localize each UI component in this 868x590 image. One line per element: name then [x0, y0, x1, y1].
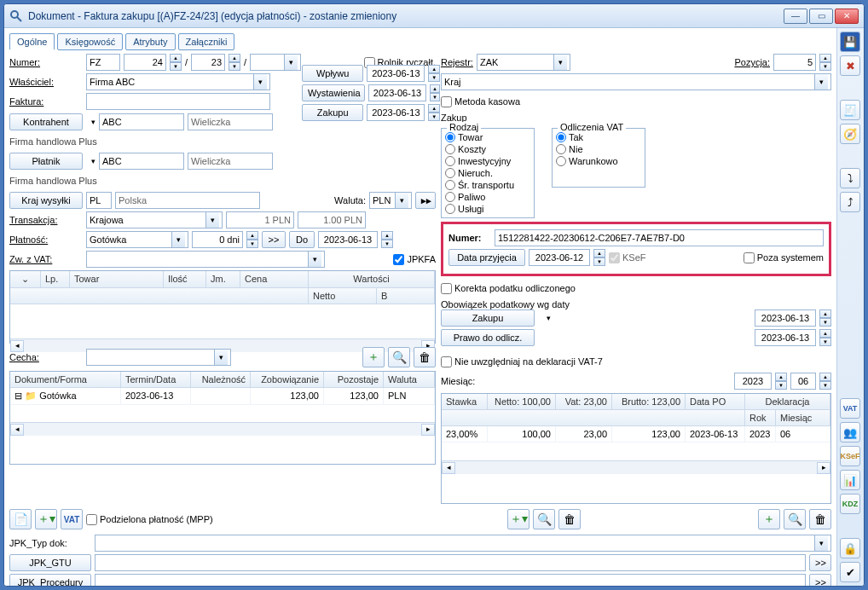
search-item-button[interactable]: 🔍 [388, 347, 410, 367]
platnosc-label[interactable]: Płatność: [9, 234, 83, 245]
tab-ksiegowosc[interactable]: Księgowość [57, 33, 123, 50]
rodzaj-uslugi[interactable]: Usługi [445, 204, 530, 214]
vat-side-icon[interactable]: VAT [840, 398, 860, 419]
payments-grid[interactable]: Dokument/Forma Termin/Data Należność Zob… [9, 371, 436, 465]
zw-vat-combo[interactable]: ▾ [86, 251, 325, 268]
check-icon[interactable]: ✔ [840, 562, 860, 582]
add-item-button[interactable]: ＋ [362, 347, 385, 367]
wplywu-spin[interactable]: ▲▼ [428, 65, 440, 82]
jpk-proc-input[interactable] [95, 574, 806, 586]
users-icon[interactable]: 👥 [840, 422, 860, 442]
prawo-odlicz-button[interactable]: Prawo do odlicz. [441, 329, 535, 346]
vat-col-datapo[interactable]: Data PO [686, 394, 745, 409]
rodzaj-paliwo[interactable]: Paliwo [445, 192, 530, 202]
items-grid[interactable]: ⌄ Lp. Towar Ilość Jm. Cena Wartości Nett… [9, 270, 436, 344]
pay-col-pozostaje[interactable]: Pozostaje [324, 372, 384, 387]
rodzaj-sr-transportu[interactable]: Śr. transportu [445, 180, 530, 190]
search2-button[interactable]: 🔍 [533, 509, 555, 529]
pay-col-naleznosc[interactable]: Należność [191, 372, 251, 387]
kontrahent-button[interactable]: Kontrahent [9, 113, 83, 130]
wystawienia-date[interactable] [368, 84, 426, 101]
jpk-gtu-more[interactable]: >> [809, 554, 831, 571]
nav-icon[interactable]: 🧭 [840, 124, 860, 144]
rejestr-combo[interactable]: ZAK▾ [477, 54, 570, 71]
delete3-button[interactable]: 🗑 [809, 509, 831, 529]
vat-grid[interactable]: Stawka Netto: 100,00 Vat: 23,00 Brutto: … [441, 393, 831, 504]
poza-systemem-checkbox[interactable]: Poza systemem [744, 252, 824, 263]
data-przyjecia-input[interactable] [529, 249, 590, 266]
jpk-proc-button[interactable]: JPK_Procedury [9, 574, 91, 586]
numer-prefix-input[interactable] [86, 54, 120, 71]
pozycja-label[interactable]: Pozycja: [734, 57, 770, 67]
rok-spin[interactable]: ▲▼ [775, 373, 787, 390]
report-icon[interactable]: 📊 [840, 470, 860, 490]
zw-vat-label[interactable]: Zw. z VAT: [9, 254, 83, 264]
wystawienia-button[interactable]: Wystawienia [302, 84, 365, 101]
numer-1-spinner[interactable]: ▲▼ [170, 54, 182, 71]
odl-nie[interactable]: Nie [556, 144, 641, 154]
vat-col-netto[interactable]: Netto: 100,00 [488, 394, 556, 409]
col-ilosc[interactable]: Ilość [164, 271, 206, 287]
add3-button[interactable]: ＋ [758, 509, 780, 529]
rodzaj-inwest[interactable]: Inwestycyjny [445, 156, 530, 166]
odl-warunkowo[interactable]: Warunkowo [556, 156, 641, 166]
mies-spin[interactable]: ▲▼ [819, 373, 831, 390]
obowiazek-zakupu-button[interactable]: Zakupu [441, 309, 535, 327]
tab-ogolne[interactable]: Ogólne [9, 33, 55, 50]
cecha-combo[interactable]: ▾ [86, 349, 231, 366]
zakupu-date[interactable] [367, 104, 425, 121]
chevron-down-icon-3[interactable]: ▾ [547, 314, 551, 322]
wystawienia-spin[interactable]: ▲▼ [430, 84, 440, 101]
pay-col-dokument[interactable]: Dokument/Forma [10, 372, 121, 387]
dni-input[interactable] [192, 231, 243, 248]
col-lp[interactable]: Lp. [41, 271, 70, 287]
transakcja-label[interactable]: Transakcja: [9, 215, 83, 225]
col-netto[interactable]: Netto [309, 288, 377, 304]
jpkfa-checkbox[interactable]: JPKFA [393, 254, 436, 265]
korekta-checkbox[interactable]: Korekta podatku odliczonego [441, 283, 576, 294]
wplywu-button[interactable]: Wpływu [302, 65, 363, 82]
delete-item-button[interactable]: 🗑 [414, 347, 436, 367]
jpk-gtu-input[interactable] [95, 554, 806, 571]
tree-icon[interactable]: 🧾 [840, 100, 860, 120]
dni-spin[interactable]: ▲▼ [246, 231, 258, 248]
data-przyjecia-button[interactable]: Data przyjęcia [448, 249, 525, 266]
add2-button[interactable]: ＋▾ [507, 509, 529, 529]
data-przyjecia-spin[interactable]: ▲▼ [593, 249, 605, 266]
platnosc-combo[interactable]: Gotówka▾ [86, 231, 188, 248]
wlasciciel-label[interactable]: Właściciel: [9, 77, 83, 87]
col-jm[interactable]: Jm. [206, 271, 240, 287]
ob-spin2[interactable]: ▲▼ [819, 329, 831, 346]
col-wartosci[interactable]: Wartości [309, 271, 435, 287]
transakcja-combo[interactable]: Krajowa▾ [86, 211, 223, 228]
jpk-gtu-button[interactable]: JPK_GTU [9, 554, 91, 571]
miesiac-m[interactable] [790, 373, 816, 390]
vat-col-brutto[interactable]: Brutto: 123,00 [612, 394, 686, 409]
close-button[interactable]: ✕ [835, 9, 859, 24]
do-button[interactable]: Do [289, 231, 315, 248]
kraj-combo[interactable]: Kraj▾ [441, 73, 831, 90]
mpp-checkbox[interactable]: Podzielona płatność (MPP) [86, 514, 213, 525]
numer-2-input[interactable] [191, 54, 225, 71]
pozycja-spin[interactable]: ▲▼ [819, 54, 831, 71]
rejestr-label[interactable]: Rejestr: [441, 57, 473, 67]
numer-1-input[interactable] [124, 54, 166, 71]
vat-row[interactable]: 23,00% 100,00 23,00 123,00 2023-06-13 20… [442, 426, 830, 442]
jpk-proc-more[interactable]: >> [809, 574, 831, 586]
kraj-wysylki-button[interactable]: Kraj wysyłki [9, 192, 83, 209]
wlasciciel-combo[interactable]: Firma ABC▾ [86, 73, 270, 90]
col-towar[interactable]: Towar [70, 271, 164, 287]
do-spin[interactable]: ▲▼ [381, 231, 393, 248]
col-b[interactable]: B [377, 288, 435, 304]
kdz-icon[interactable]: KDZ [840, 494, 860, 514]
delete2-button[interactable]: 🗑 [558, 509, 581, 529]
miesiac-rok[interactable] [734, 373, 772, 390]
zakupu-button[interactable]: Zakupu [302, 104, 363, 121]
cecha-label[interactable]: Cecha: [9, 352, 83, 362]
zakupu-spin[interactable]: ▲▼ [428, 104, 440, 121]
ob-spin1[interactable]: ▲▼ [819, 309, 831, 327]
chevron-down-icon-2[interactable]: ▾ [91, 157, 95, 165]
in-icon[interactable]: ⤵ [840, 168, 860, 188]
platnik-button[interactable]: Płatnik [9, 153, 83, 170]
do-date[interactable] [318, 231, 378, 248]
